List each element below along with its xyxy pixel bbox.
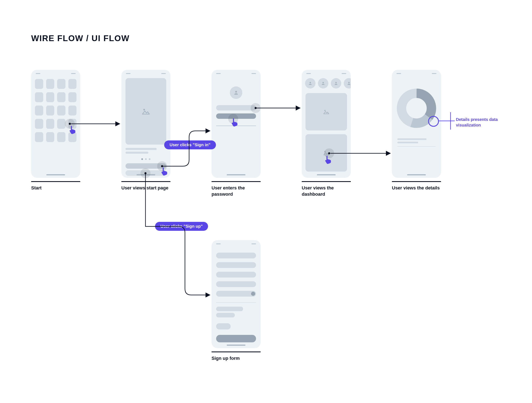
dashboard-card[interactable]: [305, 93, 347, 131]
tap-dot: [254, 107, 257, 109]
caption-signup: Sign up form: [212, 355, 240, 361]
username-field[interactable]: [216, 105, 256, 111]
user-avatar-icon: [230, 86, 242, 99]
label-signup-click: User clicks "Sign up": [155, 222, 208, 231]
svg-point-6: [324, 110, 326, 111]
pointer-hand-icon: [68, 125, 77, 135]
primary-button[interactable]: [216, 335, 256, 342]
svg-point-0: [143, 109, 145, 111]
label-signin-click: User clicks "Sign in": [164, 140, 216, 149]
caption-rule: [392, 181, 441, 182]
caption-dashboard: User views the dashboard: [302, 185, 356, 197]
svg-point-1: [235, 91, 237, 93]
svg-point-2: [310, 82, 311, 83]
wireflow-diagram: WIRE FLOW / UI FLOW Start User views: [0, 0, 532, 403]
annotation-text: Details presents data visualization: [456, 117, 514, 128]
avatar-row: [305, 78, 351, 88]
carousel-dots: [141, 158, 151, 160]
caption-rule: [212, 352, 261, 352]
pointer-hand-icon: [230, 118, 239, 127]
pointer-hand-icon: [323, 155, 333, 164]
hero-image-placeholder: [126, 78, 166, 145]
caption-start: Start: [31, 185, 42, 191]
secondary-button[interactable]: [216, 323, 231, 329]
caption-details: User views the details: [392, 185, 440, 191]
form-field[interactable]: [216, 253, 256, 258]
svg-point-3: [323, 82, 324, 83]
screen-signup-form: [212, 240, 261, 348]
form-field[interactable]: [216, 262, 256, 268]
page-title: WIRE FLOW / UI FLOW: [31, 34, 129, 43]
text-stub: [216, 313, 235, 317]
pointer-hand-icon: [160, 167, 169, 176]
svg-point-4: [336, 82, 337, 83]
form-field-with-toggle[interactable]: [216, 291, 256, 297]
caption-rule: [302, 181, 351, 182]
caption-rule: [31, 181, 80, 182]
svg-point-5: [348, 82, 350, 83]
caption-startpage: User views start page: [121, 185, 168, 191]
caption-rule: [212, 181, 261, 182]
caption-password: User enters the password: [212, 185, 266, 197]
annotation-highlight-circle: [428, 116, 439, 127]
form-field[interactable]: [216, 281, 256, 287]
form-field[interactable]: [216, 272, 256, 277]
tap-dot: [145, 172, 146, 174]
caption-rule: [121, 181, 171, 182]
tap-dot: [328, 152, 330, 154]
text-stub: [216, 307, 243, 311]
tap-dot: [69, 123, 71, 125]
connector-lines: [0, 0, 532, 403]
